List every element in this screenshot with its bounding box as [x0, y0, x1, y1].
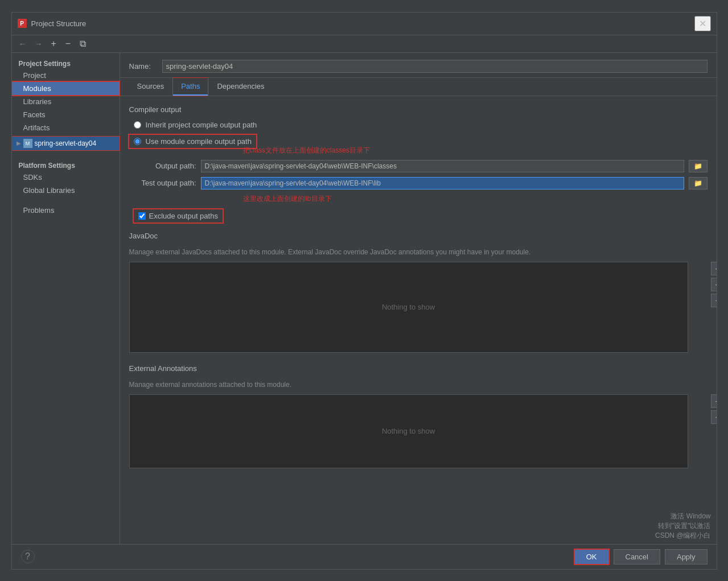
- sidebar-item-global-libraries[interactable]: Global Libraries: [12, 184, 120, 197]
- close-button[interactable]: ✕: [694, 16, 711, 31]
- use-module-label: Use module compile output path: [146, 137, 252, 146]
- main-content: Project Settings Project Modules Librari…: [12, 53, 717, 544]
- external-annotations-description: Manage external annotations attached to …: [129, 380, 708, 390]
- sidebar-item-libraries[interactable]: Libraries: [12, 95, 120, 108]
- exclude-checkbox[interactable]: [138, 212, 146, 220]
- help-button[interactable]: ?: [21, 550, 35, 563]
- ext-ann-nothing-box: Nothing to show: [129, 394, 688, 468]
- inherit-label: Inherit project compile output path: [146, 121, 257, 129]
- test-output-path-browse[interactable]: 📁: [689, 177, 708, 189]
- bottom-bar: ? OK Cancel Apply: [12, 544, 717, 569]
- test-output-path-label: Test output path:: [134, 179, 196, 187]
- output-path-browse[interactable]: 📁: [689, 160, 708, 172]
- exclude-label: Exclude output paths: [149, 212, 218, 220]
- javadoc-zoom-btn[interactable]: +: [711, 278, 717, 291]
- output-path-label: Output path:: [134, 162, 196, 170]
- watermark-line2: 转到"设置"以激活: [655, 521, 711, 531]
- inherit-radio[interactable]: [134, 121, 141, 129]
- javadoc-section: JavaDoc Manage external JavaDocs attache…: [129, 232, 708, 353]
- project-structure-dialog: P Project Structure ✕ ← → + − ⧉ Project …: [11, 12, 717, 570]
- javadoc-nothing-wrapper: Nothing to show + + −: [129, 262, 708, 353]
- cancel-button[interactable]: Cancel: [614, 549, 660, 564]
- javadoc-add-btn[interactable]: +: [711, 262, 717, 275]
- external-annotations-title: External Annotations: [129, 364, 708, 373]
- title-bar: P Project Structure ✕: [12, 13, 717, 35]
- annotation-2: 这里改成上面创建的lib目录下: [243, 194, 708, 204]
- add-button[interactable]: +: [48, 38, 59, 50]
- javadoc-side-buttons: + + −: [711, 262, 717, 307]
- javadoc-nothing-text: Nothing to show: [382, 303, 435, 311]
- module-icon: M: [23, 139, 32, 148]
- ext-ann-side-buttons: + −: [711, 394, 717, 424]
- expand-icon: ▶: [17, 140, 21, 146]
- sidebar-item-sdks[interactable]: SDKs: [12, 171, 120, 184]
- ext-ann-remove-btn[interactable]: −: [711, 410, 717, 424]
- project-settings-title: Project Settings: [12, 57, 120, 69]
- ext-ann-add-btn[interactable]: +: [711, 394, 717, 408]
- watermark: 激活 Window 转到"设置"以激活 CSDN @编程小白: [655, 512, 711, 541]
- javadoc-nothing-box: Nothing to show: [129, 262, 688, 353]
- javadoc-description: Manage external JavaDocs attached to thi…: [129, 247, 708, 257]
- output-path-row: Output path: 📁: [129, 160, 708, 172]
- output-path-input[interactable]: [201, 160, 684, 172]
- window-title: Project Structure: [31, 19, 87, 28]
- remove-button[interactable]: −: [63, 38, 73, 50]
- exclude-row: Exclude output paths: [129, 209, 708, 222]
- javadoc-remove-btn[interactable]: −: [711, 294, 717, 307]
- ext-ann-nothing-wrapper: Nothing to show + −: [129, 394, 708, 468]
- javadoc-title: JavaDoc: [129, 232, 708, 240]
- tab-sources[interactable]: Sources: [129, 78, 172, 96]
- tab-dependencies[interactable]: Dependencies: [209, 78, 272, 96]
- forward-button[interactable]: →: [32, 38, 45, 50]
- inherit-radio-row: Inherit project compile output path: [129, 121, 708, 129]
- external-annotations-section: External Annotations Manage external ann…: [129, 364, 708, 468]
- test-output-path-row: Test output path: 📁: [129, 177, 708, 189]
- bottom-right: OK Cancel Apply: [574, 549, 708, 564]
- ext-ann-nothing-text: Nothing to show: [382, 427, 435, 435]
- module-tree-item[interactable]: ▶ M spring-servlet-day04: [12, 137, 120, 150]
- sidebar-item-facets[interactable]: Facets: [12, 108, 120, 121]
- tab-paths[interactable]: Paths: [173, 78, 208, 96]
- sidebar-item-project[interactable]: Project: [12, 69, 120, 82]
- module-name: spring-servlet-day04: [35, 139, 97, 147]
- use-module-radio[interactable]: [134, 138, 141, 145]
- app-icon: P: [18, 19, 27, 28]
- test-output-path-input[interactable]: [201, 177, 684, 189]
- panel-content: Compiler output Inherit project compile …: [120, 96, 717, 544]
- sidebar: Project Settings Project Modules Librari…: [12, 53, 120, 544]
- name-input[interactable]: [162, 60, 708, 73]
- toolbar: ← → + − ⧉: [12, 35, 717, 53]
- apply-button[interactable]: Apply: [665, 549, 708, 564]
- name-label: Name:: [129, 62, 158, 71]
- compiler-output-title: Compiler output: [129, 105, 708, 114]
- ok-button[interactable]: OK: [574, 549, 609, 564]
- back-button[interactable]: ←: [17, 38, 29, 50]
- tabs-row: Sources Paths Dependencies: [120, 78, 717, 96]
- use-module-radio-row: Use module compile output path: [129, 135, 256, 148]
- platform-settings-title: Platform Settings: [12, 159, 120, 171]
- sidebar-item-artifacts[interactable]: Artifacts: [12, 121, 120, 134]
- sidebar-item-modules[interactable]: Modules: [12, 82, 120, 95]
- watermark-line3: CSDN @编程小白: [655, 531, 711, 541]
- annotation-1: 把class文件放在上面创建的classes目录下: [243, 146, 708, 155]
- watermark-line1: 激活 Window: [655, 512, 711, 521]
- sidebar-item-problems[interactable]: Problems: [12, 204, 120, 217]
- right-panel: Name: Sources Paths Dependencies Compile…: [120, 53, 717, 544]
- copy-button[interactable]: ⧉: [77, 38, 89, 50]
- name-row: Name:: [120, 53, 717, 78]
